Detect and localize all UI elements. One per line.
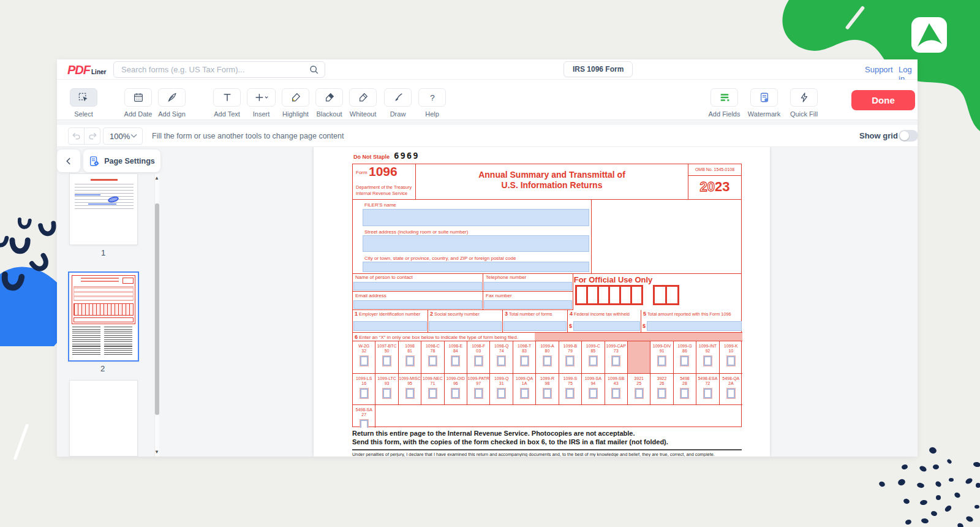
street-field[interactable] [363,235,589,252]
quick-fill-button[interactable]: Quick Fill [790,88,818,107]
checkbox-5498-QA[interactable] [727,389,735,398]
city-field[interactable] [363,262,589,272]
checkbox-1098[interactable] [406,356,414,366]
return-instruction-line1: Return this entire page to the Internal … [352,430,635,437]
form-type-cell-5498-ESA: 5498-ESA72 [696,374,719,404]
form-type-cell-5498-QA: 5498-QA2A [720,374,742,404]
redo-button[interactable] [84,127,100,145]
checkbox-1099-R[interactable] [543,389,551,398]
checkbox-3921[interactable] [635,389,643,398]
checkbox-1099-SB[interactable] [612,389,620,398]
form-type-cell-1099-SA: 1099-SA94 [582,374,605,404]
add-date-button[interactable]: Add Date [124,88,152,107]
form-type-cell-1099-QA: 1099-QA1A [513,374,536,404]
add-sign-button[interactable]: Add Sign [158,88,186,107]
amount-box-2: 2 Social security number [428,310,503,332]
checkbox-1099-Q[interactable] [497,389,505,398]
checkbox-1099-INT[interactable] [704,356,712,366]
document-page: Do Not Staple 6969 Form 1096 Department … [314,147,770,457]
checkbox-3922[interactable] [658,389,666,398]
zoom-level-select[interactable]: 100% [103,127,143,145]
amount-field-5[interactable] [647,321,742,331]
select-tool-button[interactable]: Select [70,88,97,107]
form-type-cell-1099-LS: 1099-LS16 [353,374,375,404]
checkbox-1099-QA[interactable] [521,389,529,398]
amount-field-2[interactable] [429,321,502,331]
checkbox-1099-S[interactable] [566,389,574,398]
checkbox-1099-PATR[interactable] [475,389,483,398]
search-input[interactable] [113,61,325,78]
undo-button[interactable] [68,127,85,145]
page-number-2: 2 [100,364,105,373]
checkbox-5498[interactable] [680,389,688,398]
toolbar-hint-text: Fill the form or use another tools to ch… [152,132,344,140]
highlighter-icon [290,92,301,103]
draw-button[interactable]: Draw [384,88,412,107]
whiteout-button[interactable]: Whiteout [349,88,377,107]
fax-field[interactable] [484,300,572,309]
scroll-up-arrow[interactable]: ▲ [154,175,160,181]
page-thumbnail-2-selected[interactable] [68,271,139,362]
support-link[interactable]: Support [865,65,893,74]
checkbox-W-2G[interactable] [360,356,368,366]
checkbox-1099-SA[interactable] [589,389,597,398]
insert-button[interactable]: Insert [247,88,276,107]
search-icon[interactable] [309,64,319,75]
perjury-divider [352,449,742,450]
checkbox-5498-SA[interactable] [360,420,368,428]
checkbox-1098-C[interactable] [429,356,437,366]
add-text-button[interactable]: Add Text [213,88,241,107]
redo-icon [88,131,97,141]
filer-name-field[interactable] [363,209,589,226]
form-type-cell-5498: 549828 [674,374,696,404]
checkbox-1099-CAP[interactable] [612,356,620,366]
sidebar-scrollbar-thumb[interactable] [155,203,159,415]
checkbox-5498-ESA[interactable] [704,389,712,398]
filer-name-label: FILER'S name [364,202,396,208]
highlight-button[interactable]: Highlight [282,88,309,107]
checkbox-1099-LTC[interactable] [383,389,391,398]
checkbox-1099-C[interactable] [589,356,597,366]
collapse-sidebar-button[interactable] [57,150,80,172]
checkbox-1099-NEC[interactable] [429,389,437,398]
checkbox-1098-E[interactable] [451,356,459,366]
form-type-cell-1098-C: 1098-C78 [421,341,444,373]
form-type-cell-1098: 109881 [399,341,421,373]
thumb1-text-lines [75,184,134,210]
checkbox-1099-K[interactable] [727,356,735,366]
add-fields-icon [719,92,730,103]
watermark-button[interactable]: Watermark [750,88,778,107]
contact-name-field[interactable] [353,282,482,290]
checkbox-1099-LS[interactable] [360,389,368,398]
amount-field-1[interactable] [353,321,427,331]
official-use-comb-2 [653,285,679,305]
form-type-cell-5498-SA: 5498-SA27 [353,405,375,428]
help-button[interactable]: ? Help [418,88,446,107]
add-fields-button[interactable]: Add Fields [710,88,738,107]
page-thumbnail-3[interactable] [69,380,138,457]
done-button[interactable]: Done [851,90,915,110]
checkbox-1098-Q[interactable] [497,356,505,366]
checkbox-1099-A[interactable] [543,356,551,366]
checkbox-1099-MISC[interactable] [406,389,414,398]
checkbox-1098-F[interactable] [475,356,483,366]
form-type-cell-1099-PATR: 1099-PATR97 [467,374,490,404]
amount-field-3[interactable] [503,321,567,331]
checkbox-1099-B[interactable] [566,356,574,366]
checkbox-1099-DIV[interactable] [658,356,666,366]
checkbox-1097-BTC[interactable] [383,356,391,366]
checkbox-1098-T[interactable] [521,356,529,366]
show-grid-toggle[interactable] [899,130,918,142]
blackout-button[interactable]: Blackout [315,88,343,107]
form-type-cell-3921: 392125 [628,374,650,404]
page-settings-button[interactable]: Page Settings [83,150,160,172]
scroll-down-arrow[interactable]: ▼ [154,449,160,455]
email-field[interactable] [353,300,482,309]
do-not-staple-text: Do Not Staple [353,154,390,160]
amount-field-4[interactable] [573,321,640,331]
checkbox-1099-G[interactable] [680,356,688,366]
pdfliner-logo[interactable]: PDF Liner [67,63,106,77]
form-type-cell-1099-CAP: 1099-CAP73 [605,341,628,373]
page-thumbnail-1[interactable] [69,173,138,245]
checkbox-1099-OID[interactable] [451,389,459,398]
